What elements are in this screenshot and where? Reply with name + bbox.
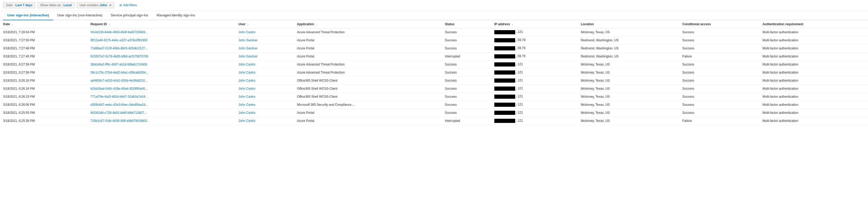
add-filters-icon: ⊕	[119, 3, 122, 7]
cell-application: Azure Advanced Threat Protection	[294, 28, 442, 36]
cell-date: 3/18/2021, 6:26:16 PM	[0, 77, 87, 85]
user-filter-close-icon[interactable]: ✕	[109, 4, 112, 7]
cell-ip: ...121	[491, 85, 578, 93]
user-link[interactable]: John Castro	[239, 79, 255, 82]
user-link[interactable]: John Gardner	[239, 46, 257, 50]
cell-date: 3/18/2021, 6:26:15 PM	[0, 93, 87, 101]
table-header-row: Date ↓ Request ID ↕ User ↕ Application ↕…	[0, 20, 868, 28]
table-row[interactable]: 3/18/2021, 7:27:45 PM 615507a7-0c78-4b85…	[0, 52, 868, 61]
user-link[interactable]: John Castro	[239, 111, 255, 115]
table-row[interactable]: 3/18/2021, 7:27:48 PM 71d8bed7-013f-40bb…	[0, 44, 868, 52]
user-link[interactable]: John Castro	[239, 87, 255, 90]
cell-user[interactable]: John Gardner	[235, 44, 294, 52]
cell-user[interactable]: John Castro	[235, 28, 294, 36]
col-user-label: User	[239, 22, 245, 26]
user-link[interactable]: John Castro	[239, 71, 255, 74]
cell-auth-requirement: Multi-factor authentication	[760, 61, 868, 69]
cell-application: Office365 Shell WCSS-Client	[294, 85, 442, 93]
add-filters-button[interactable]: ⊕ Add filters	[117, 2, 140, 8]
cell-user[interactable]: John Castro	[235, 61, 294, 69]
cell-user[interactable]: John Castro	[235, 117, 294, 125]
cell-auth-requirement: Multi-factor authentication	[760, 52, 868, 61]
col-auth-requirement: Authentication requirement	[760, 20, 868, 28]
ip-redacted-block	[494, 63, 515, 67]
ip-redacted-block	[494, 54, 515, 58]
user-link[interactable]: John Castro	[239, 30, 255, 34]
cell-ip: ...121	[491, 77, 578, 85]
table-row[interactable]: 3/18/2021, 6:26:16 PM ad4856c7-e203-4cb2…	[0, 77, 868, 85]
cell-application: Office365 Shell WCSS-Client	[294, 77, 442, 85]
show-dates-filter-pill[interactable]: Show dates as : Local	[37, 2, 74, 8]
cell-conditional-access: Success	[679, 77, 760, 85]
col-conditional-access: Conditional access	[679, 20, 760, 28]
cell-location: Mckinney, Texas, US	[578, 61, 679, 69]
ip-redacted-block	[494, 94, 515, 99]
user-link[interactable]: John Castro	[239, 63, 255, 66]
date-filter-label: Date :	[6, 3, 14, 7]
cell-user[interactable]: John Castro	[235, 93, 294, 101]
tab-non-interactive[interactable]: User sign-ins (non-interactive)	[53, 11, 106, 20]
col-request-id[interactable]: Request ID ↕	[87, 20, 235, 28]
col-date[interactable]: Date ↓	[0, 20, 87, 28]
cell-user[interactable]: John Castro	[235, 85, 294, 93]
cell-user[interactable]: John Castro	[235, 77, 294, 85]
cell-auth-requirement: Multi-factor authentication	[760, 93, 868, 101]
user-link[interactable]: John Castro	[239, 95, 255, 98]
cell-date: 3/18/2021, 6:27:58 PM	[0, 61, 87, 69]
cell-user[interactable]: John Castro	[235, 69, 294, 77]
col-ip-address[interactable]: IP address ↕	[491, 20, 578, 28]
cell-ip: ...121	[491, 61, 578, 69]
cell-user[interactable]: John Castro	[235, 109, 294, 117]
tab-interactive[interactable]: User sign-ins (interactive)	[3, 11, 53, 20]
ip-redacted-block	[494, 111, 515, 115]
tab-managed-identity[interactable]: Managed identity sign-ins	[152, 11, 199, 20]
table-row[interactable]: 3/18/2021, 7:27:50 PM f8f12a46-9175-4d4c…	[0, 36, 868, 44]
tab-managed-identity-label: Managed identity sign-ins	[157, 13, 195, 17]
cell-date: 3/18/2021, 7:27:50 PM	[0, 36, 87, 44]
cell-status: Interrupted	[442, 52, 491, 61]
user-link[interactable]: John Castro	[239, 119, 255, 123]
col-application[interactable]: Application ↕	[294, 20, 442, 28]
cell-user[interactable]: John Gardner	[235, 52, 294, 61]
table-row[interactable]: 3/18/2021, 6:26:16 PM b2bb2bad-040c-428a…	[0, 85, 868, 93]
cell-status: Success	[442, 36, 491, 44]
col-conditional-access-label: Conditional access	[682, 22, 711, 26]
table-row[interactable]: 3/18/2021, 6:25:38 PM 718b1c67-f16b-4630…	[0, 117, 868, 125]
cell-location: Redmond, Washington, US	[578, 44, 679, 52]
cell-conditional-access: Success	[679, 109, 760, 117]
col-user[interactable]: User ↕	[235, 20, 294, 28]
cell-application: Azure Portal	[294, 36, 442, 44]
user-link[interactable]: John Castro	[239, 103, 255, 107]
cell-application: Azure Portal	[294, 117, 442, 125]
cell-request-id: f8f12a46-9175-4d4c-a327-a378c0f91900	[87, 36, 235, 44]
cell-user[interactable]: John Gardner	[235, 36, 294, 44]
cell-user[interactable]: John Castro	[235, 101, 294, 109]
sign-ins-table: Date ↓ Request ID ↕ User ↕ Application ↕…	[0, 20, 868, 125]
cell-auth-requirement: Multi-factor authentication	[760, 109, 868, 117]
cell-status: Success	[442, 61, 491, 69]
date-filter-pill[interactable]: Date : Last 7 days	[3, 2, 35, 8]
cell-conditional-access: Success	[679, 61, 760, 69]
cell-request-id: ad4856c7-e203-4cb2-930d-4e36dd210...	[87, 77, 235, 85]
col-application-label: Application	[297, 22, 314, 26]
cell-date: 3/18/2021, 7:27:48 PM	[0, 44, 87, 52]
user-filter-pill[interactable]: User contains John ✕	[76, 2, 114, 8]
cell-date: 3/18/2021, 6:25:38 PM	[0, 117, 87, 125]
table-row[interactable]: 3/18/2021, 6:27:58 PM 38dcd4e2-ff8c-4937…	[0, 61, 868, 69]
ip-redacted-block	[494, 38, 515, 42]
cell-auth-requirement: Multi-factor authentication	[760, 85, 868, 93]
cell-request-id: 718b1c67-f16b-4630-93ff-e0b979016601	[87, 117, 235, 125]
tab-service-principal[interactable]: Service principal sign-ins	[106, 11, 152, 20]
table-row[interactable]: 3/18/2021, 6:26:06 PM d309c647-eebc-42e3…	[0, 101, 868, 109]
cell-conditional-access: Success	[679, 69, 760, 77]
table-row[interactable]: 3/18/2021, 6:25:55 PM fd3302d6-c729-4b02…	[0, 109, 868, 117]
col-status-label: Status	[445, 22, 455, 26]
show-dates-label: Show dates as :	[40, 3, 62, 7]
table-row[interactable]: 3/18/2021, 6:26:15 PM 771af76e-6a2f-482d…	[0, 93, 868, 101]
user-link[interactable]: John Gardner	[239, 54, 257, 58]
cell-location: Mckinney, Texas, US	[578, 93, 679, 101]
user-link[interactable]: John Gardner	[239, 38, 257, 42]
cell-status: Success	[442, 101, 491, 109]
table-row[interactable]: 3/18/2021, 7:28:04 PM f414d130-6446-4993…	[0, 28, 868, 36]
table-row[interactable]: 3/18/2021, 6:27:56 PM 59c1c75c-27b4-4ed2…	[0, 69, 868, 77]
